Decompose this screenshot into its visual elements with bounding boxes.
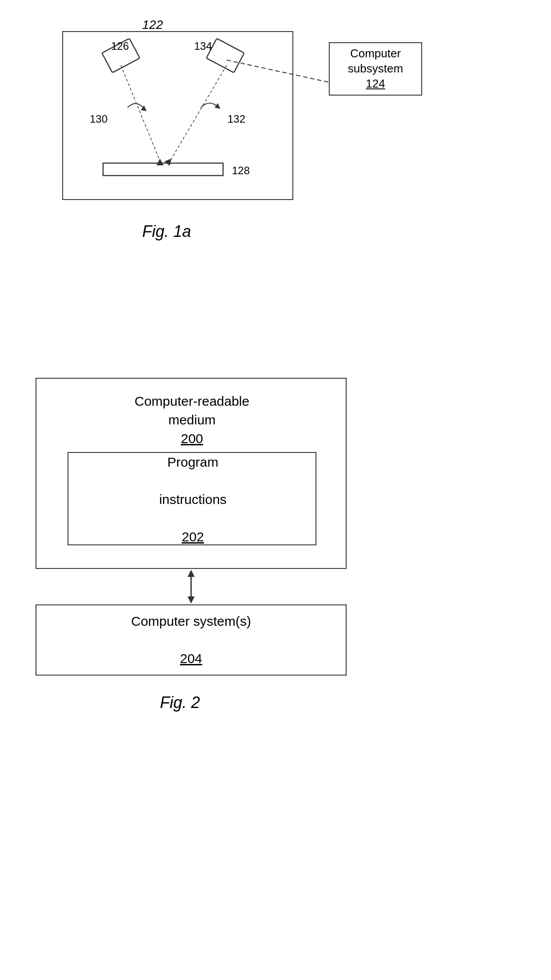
- svg-marker-4: [156, 159, 164, 165]
- crm-line1: Computer-readable: [135, 394, 249, 408]
- bidirectional-arrow-svg: [160, 569, 222, 604]
- cs-line1: Computer system(s): [131, 612, 251, 631]
- prog-number: 202: [182, 528, 204, 546]
- svg-marker-8: [215, 103, 220, 109]
- computer-subsystem-box: Computer subsystem 124: [329, 42, 422, 96]
- cs-number: 124: [366, 76, 385, 92]
- crm-box: Computer-readable medium 200 Program ins…: [36, 378, 347, 569]
- crm-line2: medium: [168, 412, 216, 427]
- label-122: 122: [142, 18, 163, 32]
- fig2-caption: Fig. 2: [160, 693, 200, 712]
- svg-line-3: [121, 65, 161, 163]
- prog-line1: Program: [167, 453, 218, 472]
- svg-marker-12: [188, 596, 195, 604]
- prog-box: Program instructions 202: [68, 452, 316, 545]
- fig1a-main-box: 126 134 130 132 128: [62, 31, 293, 200]
- cs-line2: subsystem: [348, 61, 403, 76]
- prog-label: Program instructions 202: [68, 453, 317, 546]
- label-130: 130: [90, 113, 108, 125]
- cs-box: Computer system(s) 204: [36, 604, 347, 676]
- crm-label: Computer-readable medium 200: [36, 392, 347, 448]
- label-128: 128: [232, 164, 250, 177]
- label-126: 126: [111, 40, 129, 52]
- cs-number: 204: [180, 649, 202, 668]
- prog-line2: instructions: [159, 490, 227, 509]
- label-132: 132: [228, 113, 245, 125]
- svg-marker-11: [188, 570, 195, 577]
- fig1a-caption: Fig. 1a: [142, 222, 191, 241]
- svg-line-5: [169, 65, 227, 163]
- crm-number: 200: [181, 431, 203, 446]
- label-134: 134: [194, 40, 212, 52]
- cs-line1: Computer: [350, 46, 401, 61]
